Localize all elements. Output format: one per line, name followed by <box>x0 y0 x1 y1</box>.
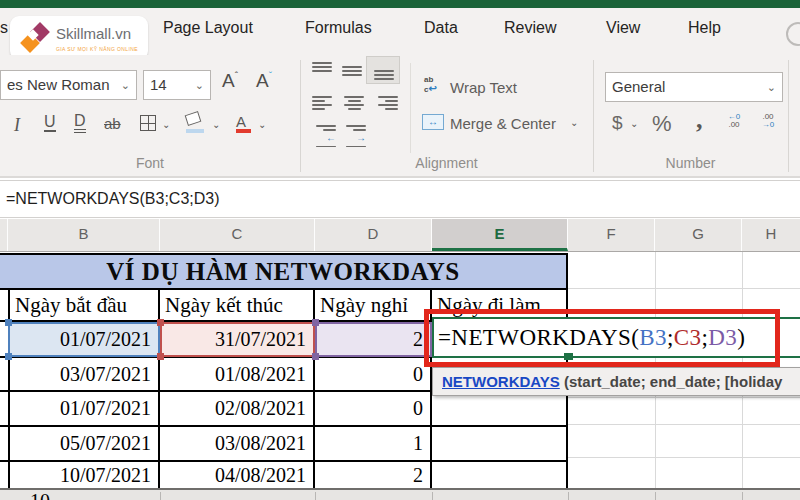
underline-button[interactable]: U <box>44 113 56 132</box>
cell-d7[interactable]: 2 <box>315 462 432 490</box>
column-header-row: B C D E F G H <box>0 219 800 252</box>
column-header-b[interactable]: B <box>8 219 160 251</box>
gridline <box>568 288 800 289</box>
cell-d6[interactable]: 1 <box>315 427 432 462</box>
align-top-button[interactable] <box>312 60 336 82</box>
range-handle-purple[interactable] <box>312 319 319 326</box>
tab-review[interactable]: Review <box>504 19 556 37</box>
cell-e7[interactable] <box>432 462 568 490</box>
formula-bar[interactable]: =NETWORKDAYS(B3;C3;D3) <box>0 180 800 218</box>
chevron-down-icon[interactable]: ⌄ <box>195 71 204 99</box>
align-left-button[interactable] <box>312 92 336 114</box>
cell-b4[interactable]: 03/07/2021 <box>10 358 160 392</box>
partial-cell-text: 10 <box>30 490 50 500</box>
cell-a2[interactable] <box>0 290 10 322</box>
decrease-indent-button[interactable]: ← <box>312 125 336 147</box>
wrap-text-button[interactable]: Wrap Text <box>450 79 517 96</box>
fill-handle[interactable] <box>564 353 573 360</box>
align-middle-button[interactable] <box>342 60 366 82</box>
tooltip-function-link[interactable]: NETWORKDAYS <box>442 373 560 390</box>
chevron-down-icon[interactable]: ⌄ <box>570 117 578 128</box>
cell-d4[interactable]: 0 <box>315 358 432 392</box>
cell-a5[interactable] <box>0 392 10 427</box>
align-center-button[interactable] <box>342 92 366 114</box>
cell-e5[interactable] <box>432 392 568 427</box>
column-header-e-selected[interactable]: E <box>432 219 568 251</box>
strikethrough-button[interactable]: ab <box>104 115 121 132</box>
cell-c6[interactable]: 03/08/2021 <box>160 427 315 462</box>
decrease-decimal-button[interactable]: .00 →0 <box>754 113 782 129</box>
cell-c7[interactable]: 04/08/2021 <box>160 462 315 490</box>
align-right-button[interactable] <box>374 92 398 114</box>
header-end-date[interactable]: Ngày kết thúc <box>160 290 315 322</box>
group-separator <box>788 60 789 172</box>
table-row-5: 01/07/2021 02/08/2021 0 <box>0 392 568 427</box>
caret-down-icon: ˇ <box>269 71 272 82</box>
range-handle-purple[interactable] <box>312 353 319 360</box>
chevron-down-icon[interactable]: ⌄ <box>630 118 638 129</box>
chevron-down-icon[interactable]: ⌄ <box>212 119 220 130</box>
align-bottom-button[interactable] <box>374 60 398 82</box>
merge-center-button[interactable]: Merge & Center <box>450 115 556 132</box>
double-underline-button[interactable]: D <box>74 112 86 133</box>
formula-bar-value: =NETWORKDAYS(B3;C3;D3) <box>6 181 220 217</box>
gridline-tick <box>568 492 569 500</box>
font-size-combo[interactable]: 14 ⌄ <box>143 70 211 100</box>
range-handle-blue[interactable] <box>5 353 12 360</box>
range-handle-blue[interactable] <box>5 319 12 326</box>
header-start-date[interactable]: Ngày bắt đầu <box>10 290 160 322</box>
font-name-combo[interactable]: es New Roman ⌄ <box>0 70 137 100</box>
number-format-combo[interactable]: General ⌄ <box>605 72 783 102</box>
column-header-c[interactable]: C <box>160 219 315 251</box>
column-header-f[interactable]: F <box>568 219 655 251</box>
cell-c4[interactable]: 01/08/2021 <box>160 358 315 392</box>
range-handle-red[interactable] <box>157 319 164 326</box>
tab-page-layout[interactable]: Page Layout <box>163 19 253 37</box>
range-handle-red[interactable] <box>157 353 164 360</box>
table-title-cell[interactable]: VÍ DỤ HÀM NETWORKDAYS <box>0 253 568 290</box>
cell-a7[interactable] <box>0 462 10 490</box>
accounting-format-button[interactable]: $ <box>612 112 623 134</box>
column-header-a-sliver[interactable] <box>0 219 8 251</box>
function-tooltip: NETWORKDAYS (start_date; end_date; [holi… <box>432 367 800 396</box>
comma-style-button[interactable]: , <box>696 111 703 129</box>
shrink-font-button[interactable]: Aˇ <box>256 70 272 92</box>
column-header-g[interactable]: G <box>655 219 742 251</box>
search-icon[interactable] <box>786 22 800 46</box>
fill-color-button[interactable] <box>186 113 206 135</box>
borders-button[interactable] <box>140 115 156 131</box>
cell-b6[interactable]: 05/07/2021 <box>10 427 160 462</box>
cell-b5[interactable]: 01/07/2021 <box>10 392 160 427</box>
header-holidays[interactable]: Ngày nghỉ <box>315 290 432 322</box>
paint-bucket-icon <box>185 111 202 126</box>
gridline-tick <box>160 492 161 500</box>
caret-up-icon: ˆ <box>235 71 238 82</box>
percent-style-button[interactable]: % <box>652 111 672 137</box>
cell-e6[interactable] <box>432 427 568 462</box>
red-highlight-box <box>424 309 780 367</box>
font-color-button[interactable]: A <box>236 113 252 135</box>
chevron-down-icon[interactable]: ⌄ <box>121 71 130 99</box>
excel-window: s Skillmall.vn GIA SƯ MỌI KỸ NĂNG ONLINE… <box>0 0 800 500</box>
tab-data[interactable]: Data <box>424 19 458 37</box>
column-header-h[interactable]: H <box>742 219 800 251</box>
tooltip-signature: (start_date; end_date; [holiday <box>560 373 783 390</box>
italic-button[interactable]: I <box>14 115 20 136</box>
chevron-down-icon[interactable]: ⌄ <box>258 119 266 130</box>
shrink-font-glyph: A <box>256 70 269 91</box>
grow-font-button[interactable]: Aˆ <box>222 70 238 92</box>
tab-help[interactable]: Help <box>688 19 721 37</box>
wrap-text-icon: ab c↩ <box>424 76 437 94</box>
tab-view[interactable]: View <box>606 19 640 37</box>
increase-decimal-button[interactable]: ←0 .00 <box>720 113 748 129</box>
tab-formulas[interactable]: Formulas <box>305 19 372 37</box>
cell-c5[interactable]: 02/08/2021 <box>160 392 315 427</box>
cell-b7[interactable]: 10/07/2021 <box>10 462 160 490</box>
cell-a6[interactable] <box>0 427 10 462</box>
increase-indent-button[interactable]: → <box>342 125 366 147</box>
cell-a4[interactable] <box>0 358 10 392</box>
chevron-down-icon[interactable]: ⌄ <box>162 119 170 130</box>
column-header-d[interactable]: D <box>315 219 432 251</box>
cell-d5[interactable]: 0 <box>315 392 432 427</box>
chevron-down-icon[interactable]: ⌄ <box>767 73 776 101</box>
